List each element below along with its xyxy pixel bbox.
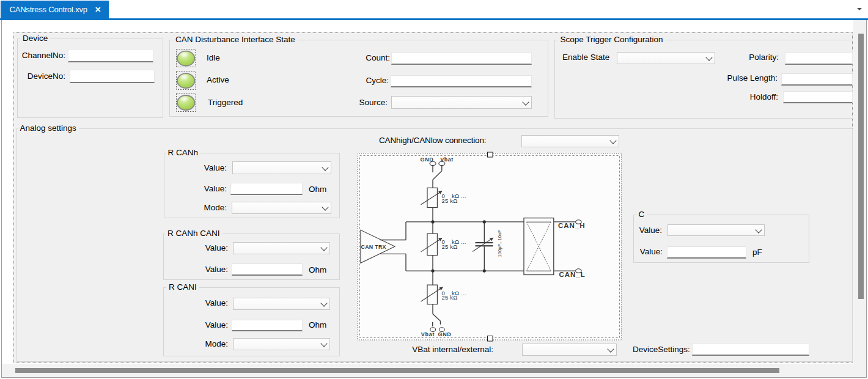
svg-text:25 kΩ: 25 kΩ bbox=[442, 243, 458, 250]
svg-text:Vbat: Vbat bbox=[440, 156, 454, 163]
svg-text:Vbat: Vbat bbox=[421, 331, 435, 337]
svg-text:25 kΩ: 25 kΩ bbox=[442, 294, 458, 301]
svg-text:CAN TRX: CAN TRX bbox=[361, 244, 386, 250]
svg-text:25 kΩ: 25 kΩ bbox=[442, 197, 458, 204]
svg-text:100pF...10nF: 100pF...10nF bbox=[497, 230, 502, 257]
svg-text:CAN_L: CAN_L bbox=[559, 271, 586, 278]
svg-text:GND: GND bbox=[438, 331, 451, 337]
svg-text:CAN_H: CAN_H bbox=[558, 222, 586, 229]
svg-text:GND: GND bbox=[420, 156, 433, 163]
